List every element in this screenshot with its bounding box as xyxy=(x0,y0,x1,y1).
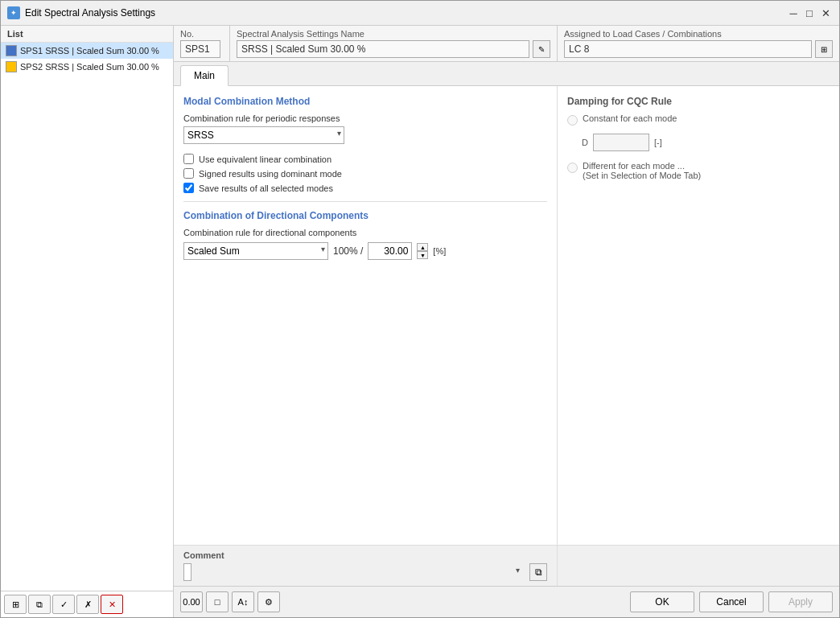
tab-main[interactable]: Main xyxy=(180,65,229,86)
window-title: Edit Spectral Analysis Settings xyxy=(25,7,155,19)
ok-button[interactable]: OK xyxy=(630,591,694,612)
modal-combination-section: Modal Combination Method Combination rul… xyxy=(183,96,547,193)
copy-item-button[interactable]: ⧉ xyxy=(28,595,51,614)
save-results-row: Save results of all selected modes xyxy=(183,183,547,193)
combo-rule-select[interactable]: SRSS CQC ABSOLUTE 10% xyxy=(183,126,344,144)
settings-area: Modal Combination Method Combination rul… xyxy=(174,86,839,545)
directional-combo-label: Combination rule for directional compone… xyxy=(183,228,547,237)
tool-gear-button[interactable]: ⚙ xyxy=(257,591,280,612)
uncheck-item-button[interactable]: ✗ xyxy=(76,595,99,614)
tool-zero-button[interactable]: 0.00 xyxy=(180,591,203,612)
assigned-input-row: ⊞ xyxy=(564,40,833,58)
directional-section: Combination of Directional Components Co… xyxy=(183,210,547,260)
percent-text: 100% / xyxy=(333,245,363,257)
sidebar-footer: ⊞ ⧉ ✓ ✗ ✕ xyxy=(1,591,173,617)
d-label: D xyxy=(582,138,588,147)
sidebar-list: SPS1 SRSS | Scaled Sum 30.00 % SPS2 SRSS… xyxy=(1,43,173,591)
no-column: No. xyxy=(174,26,230,61)
d-unit: [-] xyxy=(654,138,662,147)
sidebar-item-sps2[interactable]: SPS2 SRSS | Scaled Sum 30.00 % xyxy=(1,59,173,75)
dialog-buttons: OK Cancel Apply xyxy=(630,591,833,612)
directional-value-input[interactable] xyxy=(368,242,412,260)
cancel-button[interactable]: Cancel xyxy=(699,591,764,612)
delete-item-button[interactable]: ✕ xyxy=(101,595,123,614)
different-radio[interactable] xyxy=(567,163,578,173)
right-panel: No. Spectral Analysis Settings Name ✎ As… xyxy=(174,26,839,617)
assigned-column: Assigned to Load Cases / Combinations ⊞ xyxy=(558,26,839,61)
combo-rule-wrapper: SRSS CQC ABSOLUTE 10% xyxy=(183,126,344,144)
add-item-button[interactable]: ⊞ xyxy=(4,595,27,614)
maximize-button[interactable]: □ xyxy=(802,6,817,20)
no-label: No. xyxy=(180,29,223,39)
window-icon: ✦ xyxy=(7,6,20,19)
equiv-linear-checkbox[interactable] xyxy=(183,154,194,164)
check-item-button[interactable]: ✓ xyxy=(52,595,75,614)
equiv-linear-row: Use equivalent linear combination xyxy=(183,154,547,164)
close-button[interactable]: ✕ xyxy=(818,6,833,20)
save-results-checkbox[interactable] xyxy=(183,183,194,193)
bottom-bar: 0.00 □ A↕ ⚙ OK Cancel Apply xyxy=(174,586,839,617)
directional-combo-select[interactable]: Scaled Sum SRSS 100/75/30 ABS xyxy=(183,242,328,260)
assigned-input[interactable] xyxy=(564,40,812,58)
signed-results-row: Signed results using dominant mode xyxy=(183,168,547,179)
name-input-row: ✎ xyxy=(237,40,550,58)
dir-select-wrapper: Scaled Sum SRSS 100/75/30 ABS xyxy=(183,242,328,260)
header-row: No. Spectral Analysis Settings Name ✎ As… xyxy=(174,26,839,62)
signed-results-label: Signed results using dominant mode xyxy=(199,169,342,179)
sps1-label: SPS1 SRSS | Scaled Sum 30.00 % xyxy=(20,46,159,56)
directional-title: Combination of Directional Components xyxy=(183,210,547,221)
comment-copy-button[interactable]: ⧉ xyxy=(529,563,547,581)
constant-radio[interactable] xyxy=(567,115,578,126)
tool-rect-button[interactable]: □ xyxy=(206,591,229,612)
constant-label: Constant for each mode xyxy=(583,113,677,123)
equiv-linear-label: Use equivalent linear combination xyxy=(199,154,331,164)
comment-inner: Comment ⧉ xyxy=(174,546,839,586)
main-window: ✦ Edit Spectral Analysis Settings ─ □ ✕ … xyxy=(0,0,840,618)
sps2-color-indicator xyxy=(6,61,17,72)
comment-right xyxy=(558,546,839,586)
spinner-down-button[interactable]: ▼ xyxy=(417,251,428,259)
settings-right: Damping for CQC Rule Constant for each m… xyxy=(558,86,839,545)
signed-results-checkbox[interactable] xyxy=(183,168,194,179)
tab-bar: Main xyxy=(174,62,839,86)
different-radio-row: Different for each mode ...(Set in Selec… xyxy=(567,161,830,180)
comment-left: Comment ⧉ xyxy=(174,546,558,586)
comment-header: Comment xyxy=(183,550,547,560)
settings-left: Modal Combination Method Combination rul… xyxy=(174,86,558,545)
different-label: Different for each mode ...(Set in Selec… xyxy=(583,161,701,180)
sps2-label: SPS2 SRSS | Scaled Sum 30.00 % xyxy=(20,62,159,72)
checkboxes-group: Use equivalent linear combination Signed… xyxy=(183,154,547,193)
damping-section: Damping for CQC Rule Constant for each m… xyxy=(567,96,830,180)
settings-divider xyxy=(183,201,547,202)
name-input[interactable] xyxy=(237,40,529,58)
assigned-edit-button[interactable]: ⊞ xyxy=(815,40,833,58)
damping-title: Damping for CQC Rule xyxy=(567,96,830,107)
directional-unit: [%] xyxy=(433,246,446,256)
sidebar: List SPS1 SRSS | Scaled Sum 30.00 % SPS2… xyxy=(1,26,174,617)
comment-area: Comment ⧉ xyxy=(174,545,839,586)
sps1-color-indicator xyxy=(6,45,17,56)
name-edit-button[interactable]: ✎ xyxy=(533,40,550,58)
no-input[interactable] xyxy=(180,40,220,58)
save-results-label: Save results of all selected modes xyxy=(199,183,333,193)
comment-row: ⧉ xyxy=(183,563,547,581)
minimize-button[interactable]: ─ xyxy=(786,6,801,20)
main-content: List SPS1 SRSS | Scaled Sum 30.00 % SPS2… xyxy=(1,26,839,617)
sidebar-item-sps1[interactable]: SPS1 SRSS | Scaled Sum 30.00 % xyxy=(1,43,173,59)
comment-select[interactable] xyxy=(183,563,191,581)
comment-select-wrapper xyxy=(183,563,523,581)
title-bar-controls: ─ □ ✕ xyxy=(786,6,833,20)
directional-combo-row: Scaled Sum SRSS 100/75/30 ABS 100% / ▲ xyxy=(183,242,547,260)
title-bar: ✦ Edit Spectral Analysis Settings ─ □ ✕ xyxy=(1,1,839,26)
spinner-wrapper: ▲ ▼ xyxy=(417,243,428,259)
assigned-label: Assigned to Load Cases / Combinations xyxy=(564,29,833,39)
constant-radio-row: Constant for each mode xyxy=(567,113,830,126)
apply-button[interactable]: Apply xyxy=(768,591,833,612)
name-label: Spectral Analysis Settings Name xyxy=(237,29,550,39)
d-value-input[interactable] xyxy=(593,134,649,151)
modal-combination-title: Modal Combination Method xyxy=(183,96,547,107)
sidebar-header: List xyxy=(1,26,173,43)
bottom-tools: 0.00 □ A↕ ⚙ xyxy=(180,591,280,612)
tool-label-button[interactable]: A↕ xyxy=(232,591,254,612)
spinner-up-button[interactable]: ▲ xyxy=(417,243,428,251)
